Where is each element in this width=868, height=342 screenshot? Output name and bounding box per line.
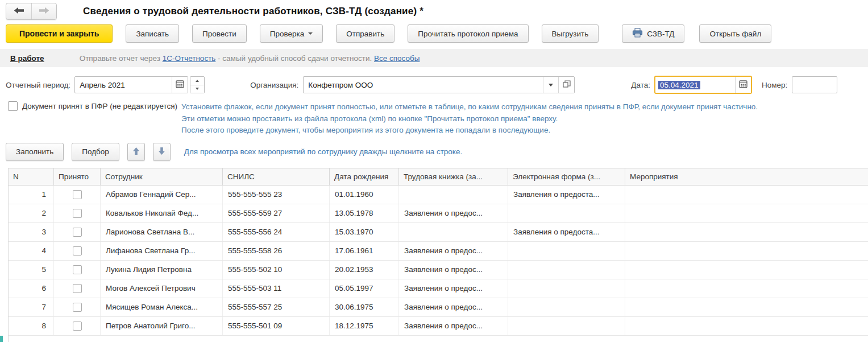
number-input[interactable]	[792, 76, 837, 93]
cell-paper-book: Заявления о предос...	[399, 204, 508, 222]
date-input[interactable]: 05.04.2021	[654, 76, 752, 94]
cell-electronic-form	[508, 204, 625, 222]
fill-button[interactable]: Заполнить	[6, 143, 64, 161]
cell-electronic-form: Заявления о предоста...	[508, 223, 625, 241]
status-message: Отправьте отчет через 1С-Отчетность - са…	[80, 54, 420, 63]
table-row[interactable]: 7 Мясищев Роман Алекса... 555-555-557 25…	[9, 298, 868, 317]
table-row[interactable]: 8 Петров Анатолий Григо... 555-555-501 0…	[9, 317, 868, 336]
open-file-button[interactable]: Открыть файл	[699, 24, 771, 43]
cell-employee: Лукина Лидия Петровна	[101, 261, 223, 279]
1c-reporting-link[interactable]: 1С-Отчетность	[163, 54, 216, 63]
date-value-wrap: 05.04.2021	[655, 81, 735, 89]
cell-snils: 555-555-556 24	[223, 223, 330, 241]
move-down-button[interactable]	[153, 143, 171, 161]
table-row[interactable]: 3 Ларионова Светлана В... 555-555-556 24…	[9, 223, 868, 242]
post-button[interactable]: Провести	[192, 24, 247, 43]
table-row[interactable]: 1 Абрамов Геннадий Сер... 555-555-555 23…	[9, 186, 868, 204]
period-stepper	[190, 76, 205, 93]
row-accepted-checkbox[interactable]	[73, 265, 82, 274]
check-menu-label: Проверка	[270, 30, 304, 38]
send-button[interactable]: Отправить	[336, 24, 394, 43]
row-accepted-checkbox[interactable]	[73, 190, 82, 199]
period-label: Отчетный период:	[6, 81, 70, 89]
forward-arrow-icon	[39, 7, 49, 16]
column-header-electronic-form[interactable]: Электронная форма (з...	[508, 168, 625, 185]
select-dropdown-icon	[549, 84, 553, 86]
status-text-middle: - самый удобный способ сдачи отчетности.	[215, 54, 374, 63]
cell-events	[625, 317, 868, 335]
move-up-button[interactable]	[127, 143, 145, 161]
cell-snils: 555-555-559 27	[223, 204, 330, 222]
chevron-down-icon	[308, 32, 313, 35]
cell-electronic-form	[508, 242, 625, 260]
cell-row-number: 6	[9, 279, 54, 298]
period-calendar-button[interactable]	[172, 77, 188, 93]
cell-birthdate: 18.12.1975	[330, 317, 399, 335]
printer-icon	[632, 28, 643, 39]
spinner-up-icon	[196, 80, 199, 82]
row-accepted-checkbox[interactable]	[73, 322, 82, 331]
table-row[interactable]: 6 Могов Алексей Петрович 555-555-503 11 …	[9, 279, 868, 298]
status-text-before: Отправьте отчет через	[80, 54, 163, 63]
szv-td-document-window: Сведения о трудовой деятельности работни…	[0, 0, 868, 342]
column-header-birthdate[interactable]: Дата рождения	[330, 168, 399, 185]
cell-snils: 555-555-558 26	[223, 242, 330, 260]
column-header-paper-book[interactable]: Трудовая книжка (за...	[399, 168, 508, 185]
cell-row-number: 5	[9, 261, 54, 279]
column-header-snils[interactable]: СНИЛС	[223, 168, 330, 185]
cell-birthdate: 30.06.1975	[330, 298, 399, 316]
back-button[interactable]	[6, 3, 31, 19]
row-accepted-checkbox[interactable]	[73, 303, 82, 312]
post-and-close-button[interactable]: Провести и закрыть	[6, 24, 113, 43]
period-step-up-button[interactable]	[190, 77, 204, 85]
organization-open-button[interactable]	[558, 77, 574, 93]
accepted-hint-line2: Эти отметки можно проставить из файла пр…	[181, 113, 758, 125]
accepted-in-pfr-label: Документ принят в ПФР (не редактируется)	[22, 101, 177, 110]
print-szvtd-button[interactable]: СЗВ-ТД	[622, 24, 684, 43]
period-input[interactable]: Апрель 2021	[74, 76, 188, 93]
period-step-down-button[interactable]	[190, 85, 204, 93]
export-button[interactable]: Выгрузить	[542, 24, 599, 43]
cell-paper-book	[399, 223, 508, 241]
check-menu-button[interactable]: Проверка	[260, 24, 323, 43]
table-row[interactable]: 5 Лукина Лидия Петровна 555-555-502 10 2…	[9, 261, 868, 279]
row-accepted-checkbox[interactable]	[73, 284, 82, 293]
accepted-in-pfr-checkbox[interactable]	[8, 101, 18, 111]
cell-row-number: 2	[9, 204, 54, 222]
cell-row-number: 4	[9, 242, 54, 260]
cell-events	[625, 279, 868, 298]
row-accepted-checkbox[interactable]	[73, 228, 82, 237]
scrollbar-thumb[interactable]	[0, 336, 3, 342]
read-protocol-button[interactable]: Прочитать протокол приема	[408, 24, 528, 43]
forward-button[interactable]	[31, 3, 56, 19]
column-header-accepted[interactable]: Принято	[54, 168, 101, 185]
cell-electronic-form	[508, 298, 625, 316]
cell-row-number: 3	[9, 223, 54, 241]
pick-button[interactable]: Подбор	[72, 143, 119, 161]
cell-events	[625, 261, 868, 279]
cell-birthdate: 13.05.1978	[330, 204, 399, 222]
cell-events	[625, 204, 868, 222]
all-methods-link[interactable]: Все способы	[374, 54, 420, 63]
cell-snils: 555-555-502 10	[223, 261, 330, 279]
column-header-employee[interactable]: Сотрудник	[101, 168, 223, 185]
column-header-n[interactable]: N	[9, 168, 54, 185]
date-calendar-button[interactable]	[735, 77, 751, 93]
row-accepted-checkbox[interactable]	[73, 209, 82, 218]
save-button[interactable]: Записать	[126, 24, 179, 43]
accepted-hint: Установите флажок, если документ принят …	[181, 101, 758, 137]
column-header-events[interactable]: Мероприятия	[625, 168, 868, 185]
cell-employee: Ковальков Николай Фед...	[101, 204, 223, 222]
organization-dropdown-button[interactable]	[543, 77, 558, 93]
row-accepted-checkbox[interactable]	[73, 246, 82, 256]
table-row[interactable]: 4 Лифанова Светлана Гр... 555-555-558 26…	[9, 242, 868, 261]
cell-row-number: 1	[9, 186, 54, 204]
double-click-hint: Для просмотра всех мероприятий по сотруд…	[184, 147, 462, 156]
cell-accepted	[54, 186, 101, 204]
organization-value: Конфетпром ООО	[304, 81, 543, 89]
table-row[interactable]: 2 Ковальков Николай Фед... 555-555-559 2…	[9, 204, 868, 223]
organization-input[interactable]: Конфетпром ООО	[303, 76, 575, 93]
status-link[interactable]: В работе	[10, 54, 44, 63]
cell-birthdate: 20.02.1953	[330, 261, 399, 279]
cell-paper-book: Заявления о предос...	[399, 242, 508, 260]
